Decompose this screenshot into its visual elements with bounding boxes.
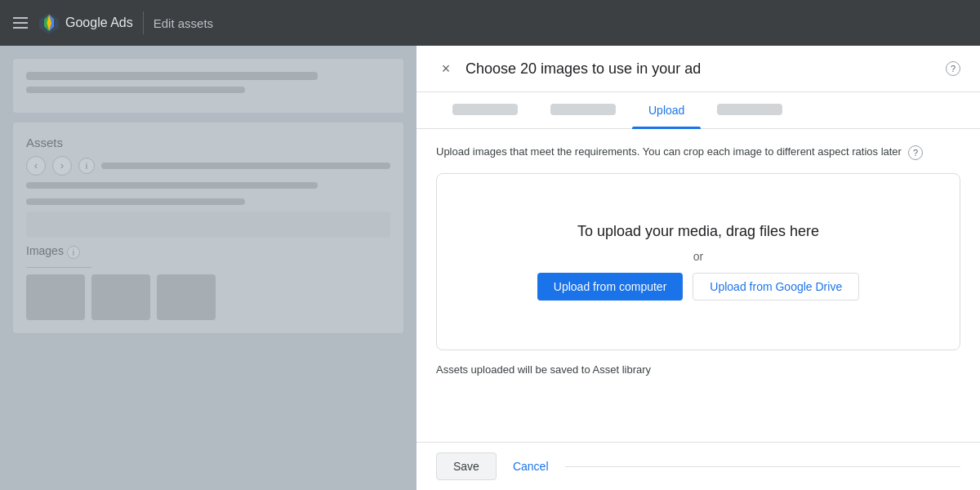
app-title: Google Ads — [65, 16, 133, 30]
top-bar-section: Edit assets — [154, 16, 213, 30]
images-title: Images — [26, 244, 64, 257]
image-thumb-2 — [91, 274, 150, 320]
tab-placeholder-2[interactable] — [550, 104, 616, 115]
google-ads-logo: Google Ads — [38, 11, 133, 34]
asset-library-note: Assets uploaded will be saved to Asset l… — [436, 363, 960, 376]
top-bar-divider — [143, 11, 144, 34]
main-layout: Assets ‹ › i Images i — [0, 46, 980, 490]
nav-row: ‹ › i — [26, 156, 390, 176]
prev-button[interactable]: ‹ — [26, 156, 46, 176]
tab-upload[interactable]: Upload — [632, 92, 701, 128]
left-panel: Assets ‹ › i Images i — [0, 46, 416, 490]
images-info-icon[interactable]: i — [67, 246, 80, 259]
right-panel: × Choose 20 images to use in your ad ? U… — [416, 46, 980, 490]
asset-line-2 — [26, 198, 245, 205]
top-bar: Google Ads Edit assets — [0, 0, 980, 46]
dropzone-or-text: or — [693, 250, 703, 263]
help-icon[interactable]: ? — [946, 61, 960, 76]
gray-line-2 — [26, 87, 245, 93]
image-thumbnails — [26, 274, 390, 320]
nav-bar-line — [101, 163, 390, 169]
assets-title: Assets — [26, 136, 390, 149]
dropzone[interactable]: To upload your media, drag files here or… — [436, 173, 960, 350]
tab-placeholder-3[interactable] — [717, 104, 782, 115]
tab-placeholder-1[interactable] — [452, 104, 518, 115]
image-thumb-3 — [157, 274, 216, 320]
info-help-icon[interactable]: ? — [908, 145, 923, 160]
dialog-footer: Save Cancel — [416, 442, 980, 490]
tabs-row: Upload — [416, 92, 980, 129]
upload-computer-button[interactable]: Upload from computer — [537, 273, 684, 301]
images-divider — [26, 267, 91, 268]
image-thumb-1 — [26, 274, 85, 320]
next-button[interactable]: › — [52, 156, 72, 176]
dialog-title: Choose 20 images to use in your ad — [466, 60, 936, 78]
upload-buttons: Upload from computer Upload from Google … — [537, 273, 859, 301]
gray-card-top — [13, 59, 403, 113]
dialog-header: × Choose 20 images to use in your ad ? — [416, 46, 980, 92]
assets-card: Assets ‹ › i Images i — [13, 122, 403, 333]
dropzone-drag-text: To upload your media, drag files here — [577, 223, 819, 240]
cancel-button[interactable]: Cancel — [510, 453, 552, 479]
google-ads-icon — [38, 11, 60, 34]
close-button[interactable]: × — [436, 59, 456, 78]
asset-line-1 — [26, 182, 318, 189]
gray-line-1 — [26, 72, 318, 80]
save-button[interactable]: Save — [436, 452, 497, 480]
images-info: Images i — [26, 244, 390, 261]
info-icon[interactable]: i — [78, 158, 95, 174]
dialog-body: Upload images that meet the requirements… — [416, 129, 980, 442]
upload-gdrive-button[interactable]: Upload from Google Drive — [693, 273, 859, 301]
asset-input[interactable] — [26, 212, 390, 238]
footer-line — [565, 466, 960, 467]
hamburger-menu[interactable] — [13, 17, 28, 29]
info-text: Upload images that meet the requirements… — [436, 145, 960, 160]
